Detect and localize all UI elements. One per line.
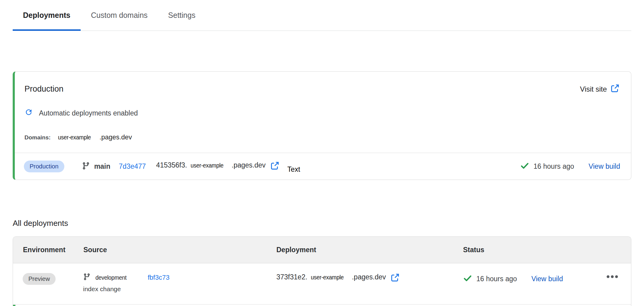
deployment-url-project: user-example (311, 274, 344, 281)
next-row-indicator (13, 305, 15, 306)
all-deployments-title: All deployments (13, 219, 644, 228)
tab-custom-domains[interactable]: Custom domains (81, 0, 158, 31)
branch-name: development (95, 274, 127, 281)
visit-site-label: Visit site (580, 85, 607, 93)
external-link-icon (270, 161, 279, 171)
commit-message: index change (83, 285, 276, 293)
check-icon (463, 274, 472, 284)
tab-settings[interactable]: Settings (158, 0, 206, 31)
column-header-status: Status (458, 246, 631, 254)
deployment-url-suffix: .pages.dev (232, 161, 266, 169)
deployment-url-suffix: .pages.dev (352, 273, 386, 281)
commit-hash-link[interactable]: 7d3e477 (119, 162, 146, 171)
deployments-table: Environment Source Deployment Status Pre… (13, 236, 631, 306)
table-row: Preview development fbf3c73 index change… (13, 263, 631, 304)
deployment-time: 16 hours ago (533, 162, 574, 171)
view-build-link[interactable]: View build (531, 275, 563, 283)
ellipsis-icon (606, 275, 618, 279)
environment-badge-production: Production (24, 161, 64, 172)
column-header-source: Source (80, 246, 276, 254)
domains-row: Domains: user-example .pages.dev (24, 133, 631, 141)
deployment-url-link[interactable]: 415356f3. user-example .pages.dev (156, 161, 279, 171)
branch-name: main (94, 162, 111, 171)
check-icon (520, 161, 529, 171)
text-annotation: Text (287, 165, 300, 174)
tab-deployments[interactable]: Deployments (13, 0, 81, 31)
commit-hash-link[interactable]: fbf3c73 (148, 274, 169, 282)
pages-project-deployments-page: Deployments Custom domains Settings Prod… (0, 0, 644, 306)
deployment-url-prefix: 415356f3. (156, 161, 187, 169)
deployment-url-prefix: 373f31e2. (276, 273, 307, 281)
domains-label: Domains: (24, 134, 51, 141)
row-actions-menu-button[interactable] (605, 274, 620, 281)
domain-suffix: .pages.dev (99, 133, 132, 141)
git-branch-icon (82, 162, 90, 171)
domain-project-name: user-example (58, 134, 91, 141)
auto-deployments-text: Automatic deployments enabled (39, 109, 138, 117)
column-header-deployment: Deployment (276, 246, 458, 254)
table-header-row: Environment Source Deployment Status (13, 237, 631, 263)
tab-bar: Deployments Custom domains Settings (13, 0, 631, 31)
production-card-title: Production (24, 84, 63, 94)
column-header-environment: Environment (13, 246, 80, 254)
view-build-link[interactable]: View build (589, 162, 620, 171)
git-branch-icon (83, 273, 91, 282)
refresh-icon (24, 108, 33, 118)
deployment-time: 16 hours ago (476, 275, 517, 283)
production-deployment-row: Production main 7d3e477 415356f3. user-e… (15, 153, 631, 180)
external-link-icon (610, 84, 620, 95)
environment-badge-preview: Preview (23, 273, 56, 285)
visit-site-link[interactable]: Visit site (580, 84, 620, 95)
production-card: Production Visit site Automatic deploym (13, 71, 631, 180)
external-link-icon (391, 273, 400, 283)
deployment-url-link[interactable]: 373f31e2. user-example .pages.dev (276, 273, 400, 283)
deployment-url-project: user-example (191, 162, 224, 169)
